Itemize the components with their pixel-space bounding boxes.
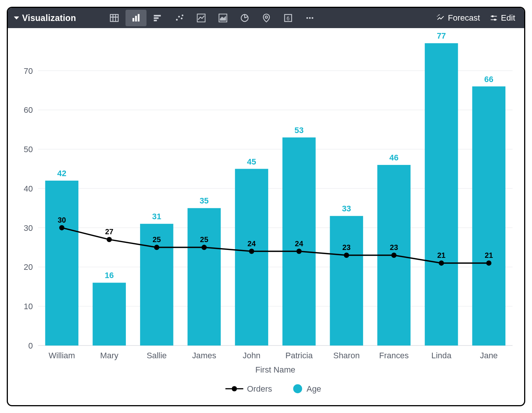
bar-label: 16 (105, 271, 114, 280)
svg-point-11 (178, 16, 180, 18)
bar-jane[interactable] (472, 87, 505, 346)
svg-rect-8 (154, 17, 159, 19)
svg-point-27 (439, 14, 440, 15)
sliders-icon (490, 14, 498, 22)
chart-type-single-value[interactable]: 6 (278, 10, 299, 26)
svg-rect-4 (133, 18, 134, 21)
x-tick-label: Frances (379, 351, 409, 360)
orders-point[interactable] (439, 260, 444, 266)
map-pin-icon (261, 13, 272, 23)
orders-point-label: 25 (152, 235, 161, 244)
orders-point-label: 24 (295, 239, 303, 248)
x-axis-label: First Name (255, 365, 295, 374)
edit-label: Edit (501, 13, 515, 23)
orders-point[interactable] (202, 245, 207, 250)
x-tick-label: Patricia (285, 351, 313, 360)
bar-label: 77 (437, 31, 446, 40)
bar-sharon[interactable] (330, 216, 363, 346)
orders-point-label: 25 (200, 235, 208, 244)
chart-type-pie-chart[interactable] (234, 10, 255, 26)
svg-point-13 (182, 15, 184, 16)
chart-type-scatter[interactable] (169, 10, 190, 26)
bar-label: 45 (247, 157, 256, 166)
chart-type-toolbar: 6 (104, 10, 320, 26)
orders-point-label: 21 (437, 251, 445, 259)
bar-john[interactable] (235, 169, 268, 346)
combined-chart: 01020304050607042William16Mary31Sallie35… (8, 28, 524, 405)
forecast-button[interactable]: Forecast (433, 11, 484, 25)
bar-label: 53 (294, 126, 303, 135)
bar-mary[interactable] (93, 283, 126, 346)
bar-linda[interactable] (425, 43, 458, 346)
edit-button[interactable]: Edit (486, 11, 519, 25)
chart-type-table[interactable] (104, 10, 125, 26)
orders-point-label: 23 (390, 243, 398, 251)
chart-type-more[interactable] (299, 10, 320, 26)
orders-point[interactable] (154, 245, 159, 250)
table-icon (109, 13, 120, 23)
orders-point[interactable] (392, 253, 397, 258)
area-chart-icon (218, 13, 228, 23)
svg-rect-9 (154, 20, 157, 21)
svg-rect-5 (135, 16, 137, 21)
svg-point-24 (312, 17, 314, 19)
pie-chart-icon (239, 13, 250, 23)
bar-label: 31 (152, 212, 161, 221)
orders-point-label: 30 (58, 216, 66, 224)
bar-label: 35 (200, 196, 209, 205)
svg-point-22 (306, 17, 308, 19)
svg-text:30: 30 (24, 223, 33, 233)
svg-rect-31 (494, 19, 496, 21)
svg-text:60: 60 (24, 105, 33, 115)
visualization-panel: Visualization 6 Forecast Edit (7, 7, 525, 406)
legend-orders-icon (232, 386, 237, 391)
orders-point-label: 21 (485, 251, 493, 259)
chart-type-area-chart[interactable] (212, 10, 233, 26)
bar-label: 66 (484, 75, 493, 84)
scatter-icon (174, 13, 185, 23)
horizontal-bar-icon (152, 13, 163, 23)
x-tick-label: James (192, 351, 216, 360)
svg-text:40: 40 (24, 184, 33, 193)
chart-type-horizontal-bar[interactable] (147, 10, 168, 26)
x-tick-label: Sallie (147, 351, 167, 360)
svg-text:70: 70 (24, 66, 33, 76)
orders-point[interactable] (344, 253, 349, 258)
orders-point[interactable] (486, 260, 492, 266)
svg-point-23 (309, 17, 311, 19)
x-tick-label: Mary (100, 351, 118, 360)
bar-james[interactable] (188, 208, 221, 346)
legend-orders-label: Orders (247, 384, 272, 394)
svg-rect-7 (154, 15, 161, 16)
svg-text:10: 10 (24, 302, 33, 311)
svg-text:50: 50 (24, 145, 33, 154)
single-value-icon: 6 (283, 13, 293, 23)
x-tick-label: Linda (431, 351, 451, 360)
x-tick-label: John (243, 351, 260, 360)
caret-down-icon (14, 16, 19, 19)
legend-age-icon (293, 384, 302, 393)
panel-title: Visualization (22, 13, 76, 23)
orders-point[interactable] (59, 225, 64, 230)
chart-type-map-pin[interactable] (256, 10, 277, 26)
orders-point[interactable] (296, 249, 302, 254)
chart-area: 01020304050607042William16Mary31Sallie35… (8, 28, 524, 405)
orders-point-label: 24 (247, 239, 256, 248)
bar-chart-icon (131, 13, 141, 23)
svg-point-10 (176, 19, 178, 21)
bar-label: 46 (389, 153, 398, 162)
visualization-title-group[interactable]: Visualization (12, 13, 87, 23)
bar-william[interactable] (45, 181, 79, 346)
forecast-icon (436, 14, 445, 22)
orders-point-label: 27 (105, 227, 114, 236)
orders-point-label: 23 (342, 243, 351, 251)
svg-point-25 (438, 15, 439, 16)
chart-type-bar-chart[interactable] (126, 10, 146, 26)
chart-type-line-chart[interactable] (191, 10, 212, 26)
orders-point[interactable] (249, 249, 254, 254)
bar-label: 33 (342, 204, 351, 213)
svg-text:20: 20 (24, 262, 33, 272)
svg-rect-30 (492, 15, 494, 17)
orders-point[interactable] (107, 237, 112, 242)
svg-rect-6 (138, 14, 140, 22)
